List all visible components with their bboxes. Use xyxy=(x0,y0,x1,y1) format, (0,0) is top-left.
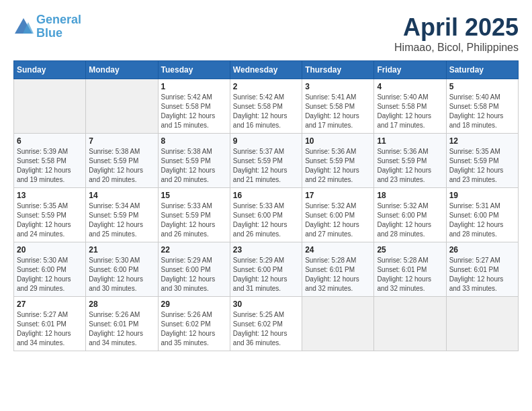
calendar-cell: 3Sunrise: 5:41 AMSunset: 5:58 PMDaylight… xyxy=(302,79,374,134)
calendar-cell xyxy=(446,297,518,351)
calendar-cell: 29Sunrise: 5:26 AMSunset: 6:02 PMDayligh… xyxy=(158,297,230,351)
calendar-cell: 9Sunrise: 5:37 AMSunset: 5:59 PMDaylight… xyxy=(230,134,302,188)
calendar-cell: 17Sunrise: 5:32 AMSunset: 6:00 PMDayligh… xyxy=(302,188,374,242)
calendar-cell: 15Sunrise: 5:33 AMSunset: 5:59 PMDayligh… xyxy=(158,188,230,242)
calendar-cell: 5Sunrise: 5:40 AMSunset: 5:58 PMDaylight… xyxy=(446,79,518,134)
day-number: 5 xyxy=(449,82,515,91)
calendar-cell: 26Sunrise: 5:27 AMSunset: 6:01 PMDayligh… xyxy=(446,242,518,297)
day-number: 3 xyxy=(305,82,371,91)
day-info: Sunrise: 5:27 AMSunset: 6:01 PMDaylight:… xyxy=(17,310,83,348)
calendar-cell: 18Sunrise: 5:32 AMSunset: 6:00 PMDayligh… xyxy=(374,188,446,242)
day-number: 9 xyxy=(233,136,299,146)
calendar-cell: 22Sunrise: 5:29 AMSunset: 6:00 PMDayligh… xyxy=(158,242,230,297)
day-number: 10 xyxy=(305,136,371,146)
calendar-cell: 20Sunrise: 5:30 AMSunset: 6:00 PMDayligh… xyxy=(14,242,86,297)
day-info: Sunrise: 5:34 AMSunset: 5:59 PMDaylight:… xyxy=(89,201,154,239)
day-number: 25 xyxy=(377,245,443,255)
day-info: Sunrise: 5:26 AMSunset: 6:01 PMDaylight:… xyxy=(89,310,154,348)
calendar-cell: 7Sunrise: 5:38 AMSunset: 5:59 PMDaylight… xyxy=(86,134,158,188)
day-info: Sunrise: 5:26 AMSunset: 6:02 PMDaylight:… xyxy=(161,310,227,348)
page-header: General Blue April 2025 Himaao, Bicol, P… xyxy=(13,13,519,54)
logo: General Blue xyxy=(13,13,81,40)
day-number: 12 xyxy=(449,136,515,146)
calendar-cell: 24Sunrise: 5:28 AMSunset: 6:01 PMDayligh… xyxy=(302,242,374,297)
calendar-cell: 14Sunrise: 5:34 AMSunset: 5:59 PMDayligh… xyxy=(86,188,158,242)
day-info: Sunrise: 5:42 AMSunset: 5:58 PMDaylight:… xyxy=(161,93,227,130)
day-info: Sunrise: 5:38 AMSunset: 5:59 PMDaylight:… xyxy=(161,147,227,185)
weekday-header-tuesday: Tuesday xyxy=(158,61,230,79)
calendar-cell: 11Sunrise: 5:36 AMSunset: 5:59 PMDayligh… xyxy=(374,134,446,188)
calendar-cell: 25Sunrise: 5:28 AMSunset: 6:01 PMDayligh… xyxy=(374,242,446,297)
day-number: 13 xyxy=(17,191,83,200)
day-number: 8 xyxy=(161,136,227,146)
day-number: 26 xyxy=(449,245,515,255)
calendar-cell xyxy=(14,79,86,134)
day-info: Sunrise: 5:36 AMSunset: 5:59 PMDaylight:… xyxy=(377,147,443,185)
calendar-cell: 27Sunrise: 5:27 AMSunset: 6:01 PMDayligh… xyxy=(14,297,86,351)
calendar-cell: 1Sunrise: 5:42 AMSunset: 5:58 PMDaylight… xyxy=(158,79,230,134)
day-number: 24 xyxy=(305,245,371,255)
day-info: Sunrise: 5:30 AMSunset: 6:00 PMDaylight:… xyxy=(17,256,83,293)
weekday-header-sunday: Sunday xyxy=(14,61,86,79)
calendar-cell: 8Sunrise: 5:38 AMSunset: 5:59 PMDaylight… xyxy=(158,134,230,188)
calendar-cell: 2Sunrise: 5:42 AMSunset: 5:58 PMDaylight… xyxy=(230,79,302,134)
month-title: April 2025 xyxy=(394,13,519,42)
calendar-cell: 12Sunrise: 5:35 AMSunset: 5:59 PMDayligh… xyxy=(446,134,518,188)
logo-text: General Blue xyxy=(36,13,81,40)
day-number: 19 xyxy=(449,191,515,200)
day-info: Sunrise: 5:38 AMSunset: 5:59 PMDaylight:… xyxy=(89,147,154,185)
calendar-cell: 21Sunrise: 5:30 AMSunset: 6:00 PMDayligh… xyxy=(86,242,158,297)
day-info: Sunrise: 5:35 AMSunset: 5:59 PMDaylight:… xyxy=(449,147,515,185)
location-title: Himaao, Bicol, Philippines xyxy=(394,42,519,54)
day-number: 23 xyxy=(233,245,299,255)
title-area: April 2025 Himaao, Bicol, Philippines xyxy=(394,13,519,54)
day-info: Sunrise: 5:33 AMSunset: 6:00 PMDaylight:… xyxy=(233,201,299,239)
logo-icon xyxy=(13,17,34,37)
day-number: 14 xyxy=(89,191,154,200)
day-number: 17 xyxy=(305,191,371,200)
day-info: Sunrise: 5:28 AMSunset: 6:01 PMDaylight:… xyxy=(305,256,371,293)
weekday-header-monday: Monday xyxy=(86,61,158,79)
day-number: 15 xyxy=(161,191,227,200)
weekday-header-thursday: Thursday xyxy=(302,61,374,79)
day-info: Sunrise: 5:36 AMSunset: 5:59 PMDaylight:… xyxy=(305,147,371,185)
calendar-cell: 16Sunrise: 5:33 AMSunset: 6:00 PMDayligh… xyxy=(230,188,302,242)
calendar-week-5: 27Sunrise: 5:27 AMSunset: 6:01 PMDayligh… xyxy=(14,297,519,351)
day-number: 28 xyxy=(89,300,154,309)
day-info: Sunrise: 5:25 AMSunset: 6:02 PMDaylight:… xyxy=(233,310,299,348)
calendar-cell xyxy=(374,297,446,351)
weekday-header-wednesday: Wednesday xyxy=(230,61,302,79)
day-info: Sunrise: 5:41 AMSunset: 5:58 PMDaylight:… xyxy=(305,93,371,130)
logo-line2: Blue xyxy=(36,26,62,40)
calendar-cell: 4Sunrise: 5:40 AMSunset: 5:58 PMDaylight… xyxy=(374,79,446,134)
calendar-cell: 23Sunrise: 5:29 AMSunset: 6:00 PMDayligh… xyxy=(230,242,302,297)
day-number: 11 xyxy=(377,136,443,146)
calendar-header: SundayMondayTuesdayWednesdayThursdayFrid… xyxy=(14,61,519,79)
day-info: Sunrise: 5:40 AMSunset: 5:58 PMDaylight:… xyxy=(377,93,443,130)
day-number: 20 xyxy=(17,245,83,255)
day-info: Sunrise: 5:32 AMSunset: 6:00 PMDaylight:… xyxy=(377,201,443,239)
day-number: 4 xyxy=(377,82,443,91)
day-number: 7 xyxy=(89,136,154,146)
day-info: Sunrise: 5:40 AMSunset: 5:58 PMDaylight:… xyxy=(449,93,515,130)
calendar-week-2: 6Sunrise: 5:39 AMSunset: 5:58 PMDaylight… xyxy=(14,134,519,188)
calendar-cell: 6Sunrise: 5:39 AMSunset: 5:58 PMDaylight… xyxy=(14,134,86,188)
day-info: Sunrise: 5:29 AMSunset: 6:00 PMDaylight:… xyxy=(233,256,299,293)
day-info: Sunrise: 5:37 AMSunset: 5:59 PMDaylight:… xyxy=(233,147,299,185)
calendar-cell: 28Sunrise: 5:26 AMSunset: 6:01 PMDayligh… xyxy=(86,297,158,351)
day-info: Sunrise: 5:29 AMSunset: 6:00 PMDaylight:… xyxy=(161,256,227,293)
day-number: 30 xyxy=(233,300,299,309)
day-info: Sunrise: 5:30 AMSunset: 6:00 PMDaylight:… xyxy=(89,256,154,293)
calendar-cell: 10Sunrise: 5:36 AMSunset: 5:59 PMDayligh… xyxy=(302,134,374,188)
day-number: 27 xyxy=(17,300,83,309)
calendar-week-1: 1Sunrise: 5:42 AMSunset: 5:58 PMDaylight… xyxy=(14,79,519,134)
day-info: Sunrise: 5:27 AMSunset: 6:01 PMDaylight:… xyxy=(449,256,515,293)
weekday-header-friday: Friday xyxy=(374,61,446,79)
calendar-cell: 13Sunrise: 5:35 AMSunset: 5:59 PMDayligh… xyxy=(14,188,86,242)
day-info: Sunrise: 5:39 AMSunset: 5:58 PMDaylight:… xyxy=(17,147,83,185)
calendar-week-4: 20Sunrise: 5:30 AMSunset: 6:00 PMDayligh… xyxy=(14,242,519,297)
day-number: 18 xyxy=(377,191,443,200)
day-info: Sunrise: 5:42 AMSunset: 5:58 PMDaylight:… xyxy=(233,93,299,130)
day-number: 29 xyxy=(161,300,227,309)
day-number: 16 xyxy=(233,191,299,200)
